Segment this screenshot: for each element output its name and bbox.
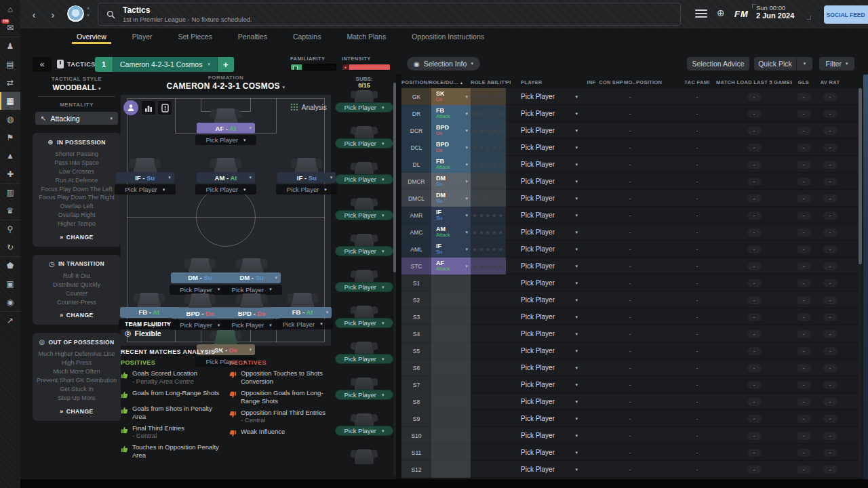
pick-player-dropdown[interactable]: Pick Player▾ [517, 410, 585, 427]
sub-pick-player-dropdown[interactable]: Pick Player▾ [335, 426, 393, 436]
pick-player-dropdown-amr[interactable]: Pick Player▾ [276, 184, 337, 195]
club-vision-icon[interactable]: ⬟ [0, 256, 20, 274]
role-cell[interactable]: IFSu▾ [431, 241, 471, 258]
pick-player-dropdown[interactable]: Pick Player▾ [517, 190, 585, 207]
selection-info-dropdown[interactable]: ◉ Selection Info ▾ [407, 57, 480, 70]
table-row-s11[interactable]: S11Pick Player▾----- [401, 444, 860, 461]
club-badge[interactable] [66, 5, 85, 23]
game-date[interactable]: Sun 00:00 2 Jun 2024 [756, 4, 807, 20]
table-row-s3[interactable]: S3Pick Player▾----- [401, 308, 860, 325]
add-tactic-button[interactable]: + [218, 57, 234, 72]
col-mo[interactable]: MO... [624, 79, 636, 85]
sub-pick-player-dropdown[interactable]: Pick Player▾ [335, 282, 393, 292]
role-cell[interactable]: BPDDe▾ [431, 139, 471, 156]
tab-opposition-instructions[interactable]: Opposition Instructions [399, 28, 497, 45]
home-icon[interactable]: ⌂ [0, 0, 20, 18]
role-pill-dr[interactable]: FB - At▾ [273, 307, 332, 318]
scouting-icon[interactable]: ⚲ [0, 220, 20, 238]
col-position-role[interactable]: POSITION/ROLE/DU... ▲ [401, 79, 471, 85]
role-cell[interactable] [431, 410, 471, 427]
inbox-icon[interactable]: ✉150 [0, 18, 20, 37]
table-row-stc[interactable]: STCAFAttack▾★★★★★Pick Player▾----- [401, 258, 860, 274]
pick-player-dropdown[interactable]: Pick Player▾ [517, 105, 585, 122]
role-pill-aml[interactable]: IF - Su▾ [116, 172, 174, 183]
role-cell[interactable]: AMAttack▾ [431, 224, 471, 241]
role-cell[interactable]: AFAttack▾ [431, 258, 471, 274]
pick-player-dropdown[interactable]: Pick Player▾ [517, 88, 585, 105]
tab-match-plans[interactable]: Match Plans [334, 28, 399, 45]
table-row-s12[interactable]: S12Pick Player▾----- [401, 461, 860, 478]
table-row-s10[interactable]: S10Pick Player▾----- [401, 427, 860, 444]
role-pill-amr[interactable]: IF - Su▾ [277, 172, 336, 183]
table-row-dmcr[interactable]: DMCRDMSu▾★★★★★Pick Player▾----- [401, 173, 860, 190]
tab-captains[interactable]: Captains [280, 28, 334, 45]
formation-dropdown[interactable]: CAMERON 4-2-3-1 COSMOS ▾ [121, 81, 331, 91]
competitions-icon[interactable]: ♛ [0, 201, 20, 220]
tactic-number[interactable]: 1 [95, 57, 113, 72]
table-row-s4[interactable]: S4Pick Player▾----- [401, 325, 860, 342]
pick-player-dropdown[interactable]: Pick Player▾ [517, 207, 585, 224]
table-row-s6[interactable]: S6Pick Player▾----- [401, 359, 860, 376]
col-av-rat[interactable]: AV RAT [815, 79, 845, 85]
col-pi[interactable]: PI [506, 79, 517, 85]
transfers-icon[interactable]: ↻ [0, 238, 20, 256]
pick-player-dropdown-dr[interactable]: Pick Player▾ [272, 319, 333, 329]
table-row-s2[interactable]: S2Pick Player▾----- [401, 291, 860, 308]
pick-player-dropdown[interactable]: Pick Player▾ [517, 393, 585, 410]
mentality-dropdown[interactable]: ↖ Attacking ▾ [35, 112, 118, 125]
table-row-dcl[interactable]: DCLBPDDe▾★★★★★Pick Player▾----- [401, 139, 860, 156]
pick-player-dropdown[interactable]: Pick Player▾ [517, 308, 585, 325]
sub-pick-player-dropdown[interactable]: Pick Player▾ [335, 354, 393, 364]
col-match-load[interactable]: MATCH LOAD LAST 5 GAMES [716, 79, 792, 85]
schedule-icon[interactable]: ▥ [0, 183, 20, 201]
pick-player-dropdown[interactable]: Pick Player▾ [517, 139, 585, 156]
selection-advice-button[interactable]: Selection Advice [687, 57, 749, 70]
pick-player-dropdown[interactable]: Pick Player▾ [517, 156, 585, 173]
tab-player[interactable]: Player [119, 28, 165, 45]
tab-overview[interactable]: Overview [64, 28, 119, 45]
change-button[interactable]: »CHANGE [35, 312, 118, 319]
role-cell[interactable] [431, 342, 471, 359]
tactical-style-dropdown[interactable]: WOODBALL ▾ [33, 83, 121, 92]
role-cell[interactable] [431, 444, 471, 461]
team-switcher-icon[interactable]: ˄˅ [87, 5, 90, 19]
pick-player-dropdown[interactable]: Pick Player▾ [517, 342, 585, 359]
sub-pick-player-dropdown[interactable]: Pick Player▾ [335, 246, 393, 256]
club-info-icon[interactable]: ◍ [0, 110, 20, 128]
role-cell[interactable]: FBAttack▾ [431, 156, 471, 173]
pick-player-dropdown[interactable]: Pick Player▾ [517, 258, 585, 274]
pick-player-dropdown-amc[interactable]: Pick Player▾ [195, 184, 256, 195]
sub-pick-player-dropdown[interactable]: Pick Player▾ [335, 210, 393, 220]
table-row-dl[interactable]: DLFBAttack▾★★★★★Pick Player▾----- [401, 156, 860, 173]
table-row-amr[interactable]: AMRIFSu▾★★★★★Pick Player▾----- [401, 207, 860, 224]
squad-icon[interactable]: ♟ [0, 37, 20, 55]
globe-icon[interactable]: ⊕ [717, 7, 725, 18]
role-cell[interactable] [431, 325, 471, 342]
pick-player-dropdown-stc[interactable]: Pick Player▾ [195, 135, 256, 145]
role-cell[interactable] [431, 291, 471, 308]
role-cell[interactable] [431, 461, 471, 478]
role-cell[interactable]: IFSu▾ [431, 207, 471, 224]
pick-player-dropdown[interactable]: Pick Player▾ [517, 224, 585, 241]
staff-icon[interactable]: ⚑ [0, 128, 20, 146]
pick-player-dropdown-aml[interactable]: Pick Player▾ [115, 184, 176, 195]
pick-player-dropdown[interactable]: Pick Player▾ [517, 241, 585, 258]
role-cell[interactable]: BPDDe▾ [431, 122, 471, 139]
training-icon[interactable]: ⇄ [0, 73, 20, 92]
medical-centre-icon[interactable]: ✚ [0, 165, 20, 183]
role-cell[interactable] [431, 393, 471, 410]
change-button[interactable]: »CHANGE [35, 408, 118, 415]
col-tac-fami[interactable]: TAC FAMI [678, 79, 716, 85]
stadium-icon[interactable]: ◉ [0, 293, 20, 311]
sub-pick-player-dropdown[interactable]: Pick Player▾ [335, 138, 393, 148]
role-cell[interactable] [431, 274, 471, 291]
table-row-s1[interactable]: S1Pick Player▾----- [401, 274, 860, 291]
pick-player-dropdown[interactable]: Pick Player▾ [517, 427, 585, 444]
table-row-s7[interactable]: S7Pick Player▾----- [401, 376, 860, 393]
table-scrollbar[interactable] [859, 88, 862, 478]
analytics-icon[interactable]: ↗ [0, 311, 20, 329]
menu-icon[interactable] [695, 9, 707, 18]
back-icon[interactable]: ‹ [26, 6, 42, 22]
tactic-name-dropdown[interactable]: Cameron 4-2-3-1 Cosmos ▾ [113, 57, 218, 72]
col-con[interactable]: CON [598, 79, 612, 85]
